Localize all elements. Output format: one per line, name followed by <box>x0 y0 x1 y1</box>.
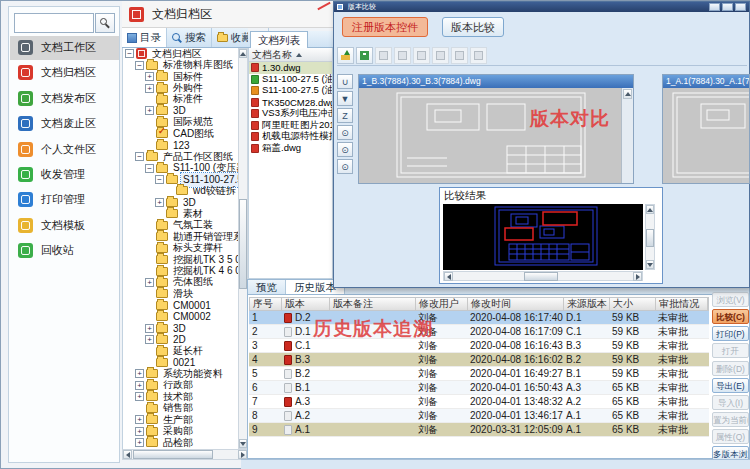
sidebar-item-5[interactable]: 收发管理 <box>10 163 119 187</box>
arrow-down-icon[interactable]: ▼ <box>337 91 353 106</box>
tree-expander[interactable]: + <box>145 278 154 287</box>
window-icon[interactable] <box>451 47 468 64</box>
select-icon[interactable]: ∪ <box>337 74 353 89</box>
history-row-A.2[interactable]: 8A.2刘备2020-04-01 13:46:17A.165 KB未审批 <box>249 409 709 423</box>
column-header[interactable]: 审批情况 <box>656 298 708 310</box>
sidebar-item-4[interactable]: 个人文件区 <box>10 137 119 161</box>
tree-node[interactable]: +品检部 <box>123 437 238 448</box>
scroll-up-arrow[interactable] <box>646 205 654 214</box>
tree-expander[interactable]: + <box>145 72 154 81</box>
tree-node[interactable]: CAD图纸 <box>123 128 238 139</box>
tab-directory[interactable]: 目录 <box>122 28 167 47</box>
sidebar-item-7[interactable]: 文档模板 <box>10 213 119 237</box>
tree-expander[interactable]: − <box>125 49 134 58</box>
doc-item-7[interactable]: 箱盖.dwg <box>249 143 332 155</box>
sidebar-item-2[interactable]: 文档发布区 <box>10 86 119 110</box>
doc-item-3[interactable]: TK350CM28.dwg <box>249 97 332 109</box>
scroll-up-arrow[interactable] <box>239 49 247 58</box>
history-row-A.3[interactable]: 7A.3刘备2020-04-01 13:48:32A.265 KB未审批 <box>249 395 709 409</box>
scroll-thumb[interactable] <box>524 272 558 281</box>
zoom-icon[interactable]: Z <box>337 108 353 123</box>
tree-expander[interactable]: + <box>135 381 144 390</box>
scroll-left-arrow[interactable] <box>123 450 132 459</box>
window-titlebar[interactable]: 版本比较 <box>334 2 749 12</box>
properties-button[interactable]: 属性(Q) <box>712 429 749 444</box>
tab-preview[interactable]: 预览 <box>248 280 286 294</box>
tree-expander[interactable]: + <box>135 415 144 424</box>
doc-item-5[interactable]: 阿里旺旺图片201909 <box>249 120 332 132</box>
tree-expander[interactable]: + <box>135 427 144 436</box>
settings-icon[interactable] <box>470 47 487 64</box>
history-row-B.1[interactable]: 6B.1刘备2020-04-01 16:50:43A.365 KB未审批 <box>249 381 709 395</box>
column-header[interactable]: 来源版本 <box>564 298 610 310</box>
set-current-button[interactable]: 置为当前(A) <box>712 412 749 427</box>
history-row-A.1[interactable]: 9A.1刘备2020-03-31 12:05:09A.165 KB未审批 <box>249 423 709 437</box>
scroll-thumb[interactable] <box>133 450 213 459</box>
tree-expander[interactable]: − <box>155 175 164 184</box>
tree-expander[interactable]: + <box>145 335 154 344</box>
column-header[interactable]: 大小 <box>610 298 656 310</box>
import-button[interactable]: 导入(I) <box>712 395 749 410</box>
tree-expander[interactable]: + <box>135 392 144 401</box>
doc-item-2[interactable]: S11-100-27.5 (油箱 <box>249 85 332 97</box>
print-icon[interactable] <box>375 47 392 64</box>
mail-icon[interactable] <box>413 47 430 64</box>
maximize-button[interactable] <box>722 3 733 11</box>
search-button[interactable] <box>95 13 115 33</box>
scroll-right-arrow[interactable] <box>633 272 642 281</box>
save-icon[interactable] <box>356 47 373 64</box>
history-row-B.2[interactable]: 5B.2刘备2020-04-01 16:49:27B.159 KB未审批 <box>249 367 709 381</box>
sidebar-item-8[interactable]: 回收站 <box>10 239 119 263</box>
scroll-down-arrow[interactable] <box>239 439 247 448</box>
sidebar-item-1[interactable]: 文档归档区 <box>10 61 119 85</box>
tree-node[interactable]: CM0001 <box>123 300 238 311</box>
version-compare-button[interactable]: 版本比较 <box>442 17 504 37</box>
sidebar-item-6[interactable]: 打印管理 <box>10 188 119 212</box>
tree-node[interactable]: 标准件 <box>123 94 238 105</box>
preview-icon[interactable] <box>432 47 449 64</box>
print-button[interactable]: 打印(P) <box>712 326 749 341</box>
doc-list-column-header[interactable]: 文档名称 <box>249 48 332 62</box>
delete-button[interactable]: 删除(D) <box>712 361 749 376</box>
tree-horizontal-scrollbar[interactable] <box>122 449 248 460</box>
left-preview-canvas[interactable] <box>359 88 633 184</box>
scroll-thumb[interactable] <box>239 199 247 289</box>
open-folder-icon[interactable] <box>337 47 354 64</box>
tree-node[interactable]: wd铰链拆 <box>123 185 238 196</box>
column-header[interactable]: 修改时间 <box>468 298 564 310</box>
tree-node[interactable]: +3D <box>123 323 238 334</box>
scroll-thumb[interactable] <box>646 229 654 247</box>
scroll-up-arrow[interactable] <box>623 89 632 99</box>
scroll-right-arrow[interactable] <box>238 450 247 459</box>
result-vertical-scrollbar[interactable] <box>645 204 655 270</box>
view-layer2-icon[interactable]: ⊙ <box>337 142 353 157</box>
tree-expander[interactable]: + <box>135 369 144 378</box>
column-header[interactable]: 修改用户 <box>416 298 468 310</box>
browse-button[interactable]: 浏览(V) <box>712 292 749 307</box>
export-button[interactable]: 导出(E) <box>712 378 749 393</box>
tab-doc-list[interactable]: 文档列表 <box>250 31 308 48</box>
copy-icon[interactable] <box>394 47 411 64</box>
view-layer1-icon[interactable]: ⊙ <box>337 125 353 140</box>
preview-scrollbar[interactable] <box>621 88 633 184</box>
compare-result-canvas[interactable] <box>443 204 643 270</box>
sidebar-item-3[interactable]: 文档废止区 <box>10 112 119 136</box>
tree-expander[interactable]: + <box>155 198 164 207</box>
sidebar-item-0[interactable]: 文档工作区 <box>10 36 119 60</box>
tree-expander[interactable]: − <box>135 61 144 70</box>
column-header[interactable]: 版本 <box>282 298 330 310</box>
tree-node[interactable]: 延长杆 <box>123 345 238 356</box>
tree-expander[interactable]: + <box>145 324 154 333</box>
tree-expander[interactable]: + <box>135 438 144 447</box>
tree-expander[interactable]: + <box>145 84 154 93</box>
column-header[interactable]: 序号 <box>250 298 282 310</box>
scroll-down-arrow[interactable] <box>646 260 654 269</box>
doc-item-6[interactable]: 机载电源特性模拟器 <box>249 131 332 143</box>
history-row-B.3[interactable]: 4B.3刘备2020-04-08 16:16:02B.259 KB未审批 <box>249 353 709 367</box>
tree-node[interactable]: CM0002 <box>123 311 238 322</box>
column-header[interactable]: 版本备注 <box>330 298 416 310</box>
tree-expander[interactable]: − <box>145 164 154 173</box>
close-button[interactable] <box>735 3 746 11</box>
open-button[interactable]: 打开 <box>712 343 749 358</box>
search-input[interactable] <box>14 13 94 33</box>
